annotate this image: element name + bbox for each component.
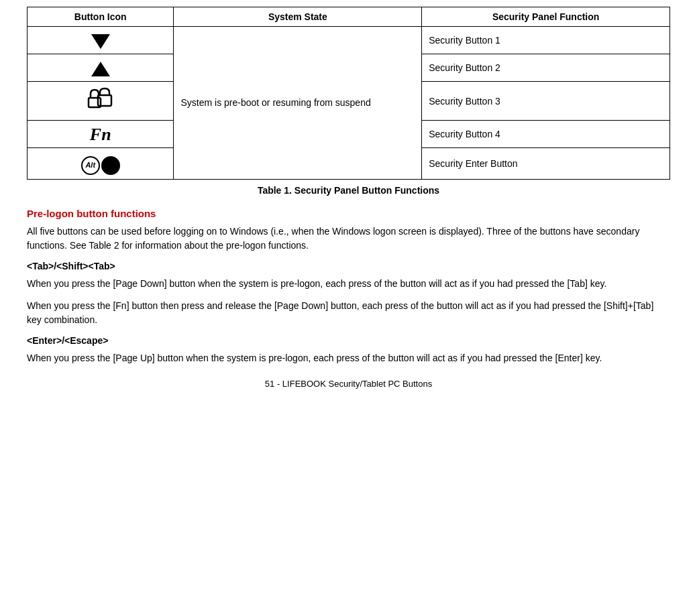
col-header-state: System State — [174, 7, 422, 27]
function-cell-1: Security Button 1 — [422, 27, 670, 54]
system-state-cell: System is pre-boot or resuming from susp… — [174, 27, 422, 180]
table-caption: Table 1. Security Panel Button Functions — [27, 185, 670, 196]
function-cell-4: Security Button 4 — [422, 121, 670, 148]
alt-icon: Alt — [81, 156, 120, 175]
function-cell-5: Security Enter Button — [422, 148, 670, 180]
icon-cell-lock — [28, 82, 174, 121]
icon-cell-alt: Alt — [28, 148, 174, 180]
subsection-heading-tab: <Tab>/<Shift><Tab> — [27, 261, 670, 271]
section-heading: Pre-logon button functions — [27, 208, 670, 219]
tab-paragraph-2: When you press the [Fn] button then pres… — [27, 299, 670, 327]
security-panel-table: Button Icon System State Security Panel … — [27, 7, 670, 180]
col-header-icon: Button Icon — [28, 7, 174, 27]
function-cell-2: Security Button 2 — [422, 54, 670, 82]
lock-icon — [87, 96, 114, 117]
footer-text: 51 - LIFEBOOK Security/Tablet PC Buttons — [27, 379, 670, 389]
fn-icon: Fn — [90, 125, 111, 144]
enter-paragraph-1: When you press the [Page Up] button when… — [27, 351, 670, 365]
icon-cell-arrow-up — [28, 54, 174, 82]
tab-paragraph-1: When you press the [Page Down] button wh… — [27, 277, 670, 291]
icon-cell-fn: Fn — [28, 121, 174, 148]
col-header-function: Security Panel Function — [422, 7, 670, 27]
table-row: System is pre-boot or resuming from susp… — [28, 27, 670, 54]
icon-cell-arrow-down — [28, 27, 174, 54]
arrow-down-icon — [91, 29, 110, 50]
arrow-up-icon — [91, 57, 110, 78]
intro-paragraph: All five buttons can be used before logg… — [27, 225, 670, 253]
subsection-heading-enter: <Enter>/<Escape> — [27, 335, 670, 346]
function-cell-3: Security Button 3 — [422, 82, 670, 121]
